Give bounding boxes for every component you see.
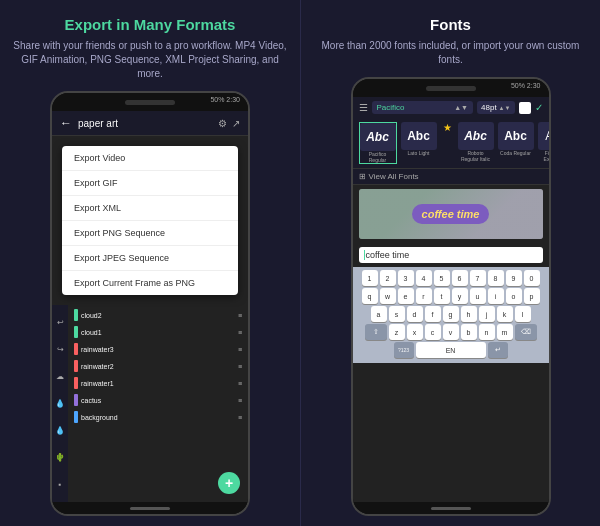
export-xml[interactable]: Export XML: [62, 196, 238, 221]
share-icon[interactable]: ↗: [232, 118, 240, 129]
key-f[interactable]: f: [425, 306, 441, 322]
settings-icon[interactable]: ⚙: [218, 118, 227, 129]
confirm-icon[interactable]: ✓: [535, 102, 543, 113]
drop2-icon[interactable]: 💧: [55, 426, 65, 435]
right-panel: Fonts More than 2000 fonts included, or …: [300, 0, 600, 526]
layer-cloud1[interactable]: cloud1 ≡: [70, 324, 246, 340]
star-icon[interactable]: ★: [443, 122, 452, 133]
key-x[interactable]: x: [407, 324, 423, 340]
key-e[interactable]: e: [398, 288, 414, 304]
layer-handle[interactable]: ≡: [238, 329, 242, 336]
layer-handle[interactable]: ≡: [238, 363, 242, 370]
layer-handle[interactable]: ≡: [238, 414, 242, 421]
size-arrows-icon[interactable]: ▲▼: [499, 105, 511, 111]
key-1[interactable]: 1: [362, 270, 378, 286]
key-8[interactable]: 8: [488, 270, 504, 286]
layer-handle[interactable]: ≡: [238, 397, 242, 404]
key-q[interactable]: q: [362, 288, 378, 304]
keyboard: 1 2 3 4 5 6 7 8 9 0 q w e r t: [353, 267, 549, 363]
key-v[interactable]: v: [443, 324, 459, 340]
key-w[interactable]: w: [380, 288, 396, 304]
key-6[interactable]: 6: [452, 270, 468, 286]
phone-status-right: 50% 2:30: [511, 82, 541, 89]
layer-cloud2[interactable]: cloud2 ≡: [70, 307, 246, 323]
key-b[interactable]: b: [461, 324, 477, 340]
font-card-roboto[interactable]: Abc RobotoRegular Italic: [458, 122, 494, 162]
key-4[interactable]: 4: [416, 270, 432, 286]
export-video[interactable]: Export Video: [62, 146, 238, 171]
space-key[interactable]: EN: [416, 342, 486, 358]
hamburger-icon[interactable]: ☰: [359, 102, 368, 113]
key-o[interactable]: o: [506, 288, 522, 304]
layer-handle[interactable]: ≡: [238, 312, 242, 319]
layer-rain1[interactable]: rainwater1 ≡: [70, 375, 246, 391]
export-current-frame[interactable]: Export Current Frame as PNG: [62, 271, 238, 295]
key-r[interactable]: r: [416, 288, 432, 304]
key-n[interactable]: n: [479, 324, 495, 340]
key-u[interactable]: u: [470, 288, 486, 304]
font-card-fira-label: Fira SansExtra Light: [544, 150, 549, 162]
export-jpeg-seq[interactable]: Export JPEG Sequence: [62, 246, 238, 271]
key-c[interactable]: c: [425, 324, 441, 340]
left-panel-title: Export in Many Formats: [65, 16, 236, 33]
key-2[interactable]: 2: [380, 270, 396, 286]
fab-add-button[interactable]: +: [218, 472, 240, 494]
key-j[interactable]: j: [479, 306, 495, 322]
key-0[interactable]: 0: [524, 270, 540, 286]
delete-key[interactable]: ⌫: [515, 324, 537, 340]
phone-notch-left: 50% 2:30: [52, 93, 248, 111]
key-k[interactable]: k: [497, 306, 513, 322]
font-selector[interactable]: Pacifico ▲▼: [372, 101, 474, 114]
layer-bg[interactable]: background ≡: [70, 409, 246, 425]
key-h[interactable]: h: [461, 306, 477, 322]
view-all-label[interactable]: View All Fonts: [369, 172, 419, 181]
water-icon[interactable]: 💧: [55, 399, 65, 408]
plus-icon: +: [225, 475, 233, 491]
layer-rain1-label: rainwater1: [81, 380, 235, 387]
key-t[interactable]: t: [434, 288, 450, 304]
layer-cactus[interactable]: cactus ≡: [70, 392, 246, 408]
canvas-text: coffee time: [412, 204, 490, 224]
notch-bar: [125, 100, 175, 105]
font-card-fira[interactable]: Abc Fira SansExtra Light: [538, 122, 549, 162]
text-input-row[interactable]: coffee time: [359, 247, 543, 263]
font-arrows-icon[interactable]: ▲▼: [454, 104, 468, 111]
key-i[interactable]: i: [488, 288, 504, 304]
key-a[interactable]: a: [371, 306, 387, 322]
key-z[interactable]: z: [389, 324, 405, 340]
key-s[interactable]: s: [389, 306, 405, 322]
export-png-seq[interactable]: Export PNG Sequence: [62, 221, 238, 246]
font-card-pacifico[interactable]: Abc PacificoRegular: [359, 122, 397, 164]
return-key[interactable]: ↵: [488, 342, 508, 358]
key-m[interactable]: m: [497, 324, 513, 340]
cursor-bar: [364, 250, 365, 260]
back-arrow-icon[interactable]: ←: [60, 116, 72, 130]
key-l[interactable]: l: [515, 306, 531, 322]
font-card-coda[interactable]: Abc Coda Regular: [498, 122, 534, 156]
layer-rain3-label: rainwater3: [81, 346, 235, 353]
key-p[interactable]: p: [524, 288, 540, 304]
layer-handle[interactable]: ≡: [238, 380, 242, 387]
plant-icon[interactable]: 🌵: [55, 453, 65, 462]
shift-key[interactable]: ⇧: [365, 324, 387, 340]
font-size-box[interactable]: 48pt ▲▼: [477, 101, 514, 114]
key-g[interactable]: g: [443, 306, 459, 322]
key-5[interactable]: 5: [434, 270, 450, 286]
layer-rain3[interactable]: rainwater3 ≡: [70, 341, 246, 357]
cloud-icon[interactable]: ☁: [56, 372, 64, 381]
font-card-lato[interactable]: Abc Lato Light: [401, 122, 437, 156]
layer-handle[interactable]: ≡: [238, 346, 242, 353]
key-3[interactable]: 3: [398, 270, 414, 286]
phone-bottom-right: [353, 502, 549, 514]
key-y[interactable]: y: [452, 288, 468, 304]
square-icon[interactable]: ▪: [59, 480, 62, 489]
layer-rain2[interactable]: rainwater2 ≡: [70, 358, 246, 374]
font-color-picker[interactable]: [519, 102, 531, 114]
symbol-key[interactable]: ?123: [394, 342, 414, 358]
key-d[interactable]: d: [407, 306, 423, 322]
key-7[interactable]: 7: [470, 270, 486, 286]
key-9[interactable]: 9: [506, 270, 522, 286]
redo-icon[interactable]: ↪: [57, 345, 64, 354]
export-gif[interactable]: Export GIF: [62, 171, 238, 196]
undo-icon[interactable]: ↩: [57, 318, 64, 327]
